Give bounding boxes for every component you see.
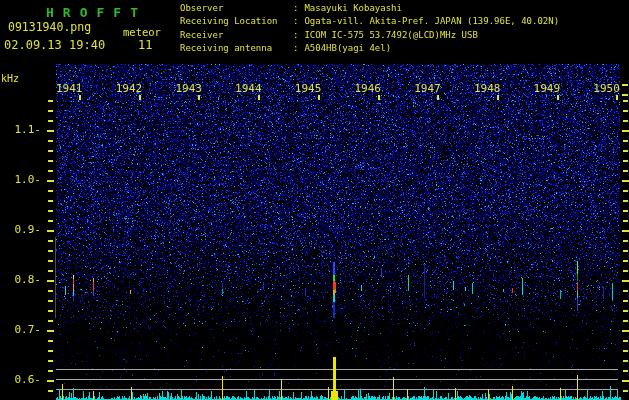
- hrofft-screen: HROFFT 09131940.png meteor 02.09.13 19:4…: [0, 0, 629, 400]
- info-label: Receiver: [180, 29, 293, 42]
- datetime-label: 02.09.13 19:40: [4, 38, 105, 52]
- mode-label: meteor: [123, 26, 161, 38]
- spectrogram-canvas: [0, 0, 629, 400]
- info-row-location: Receiving Location:Ogata-vill. Akita-Pre…: [180, 15, 559, 28]
- y-axis-unit-label: kHz: [1, 73, 19, 84]
- info-row-antenna: Receiving antenna:A504HB(yagi 4el): [180, 42, 559, 55]
- info-row-observer: Observer:Masayuki Kobayashi: [180, 2, 559, 15]
- info-separator: :: [293, 29, 298, 42]
- info-label: Receiving Location: [180, 15, 293, 28]
- app-title: HROFFT: [46, 5, 147, 20]
- info-separator: :: [293, 15, 298, 28]
- info-separator: :: [293, 2, 298, 15]
- info-label: Observer: [180, 2, 293, 15]
- meteor-count: 11: [138, 38, 152, 52]
- output-filename: 09131940.png: [8, 20, 91, 34]
- info-label: Receiving antenna: [180, 42, 293, 55]
- station-info-block: Observer:Masayuki Kobayashi Receiving Lo…: [180, 2, 559, 56]
- info-row-receiver: Receiver:ICOM IC-575 53.7492(@LCD)MHz US…: [180, 29, 559, 42]
- info-separator: :: [293, 42, 298, 55]
- info-value: A504HB(yagi 4el): [304, 42, 391, 55]
- info-value: Masayuki Kobayashi: [304, 2, 402, 15]
- info-value: ICOM IC-575 53.7492(@LCD)MHz USB: [304, 29, 477, 42]
- info-value: Ogata-vill. Akita-Pref. JAPAN (139.96E, …: [304, 15, 559, 28]
